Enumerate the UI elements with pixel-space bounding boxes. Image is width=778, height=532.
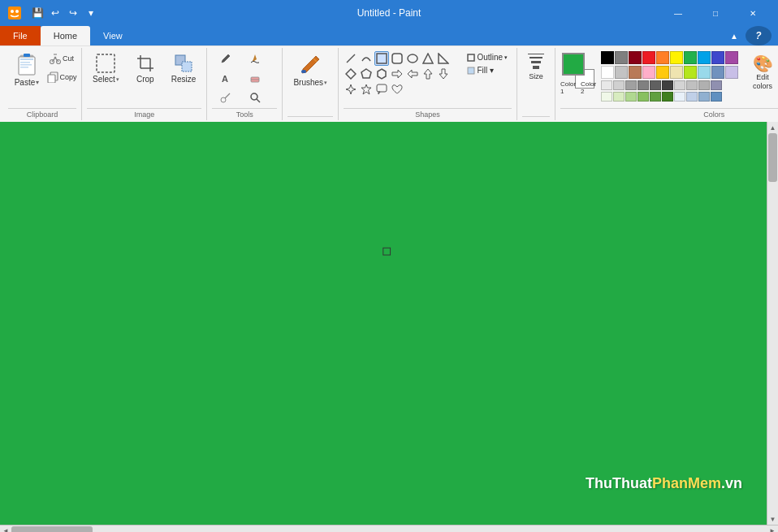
color-f7[interactable] bbox=[674, 92, 685, 102]
color-f1[interactable] bbox=[601, 92, 612, 102]
color-purple[interactable] bbox=[725, 51, 738, 64]
color-f6[interactable] bbox=[662, 92, 673, 102]
shape-callout[interactable] bbox=[374, 82, 389, 97]
brushes-button[interactable]: Brushes ▾ bbox=[287, 50, 333, 89]
color-white[interactable] bbox=[601, 66, 614, 79]
color-lightgray[interactable] bbox=[615, 66, 628, 79]
crop-button[interactable]: Crop bbox=[128, 50, 162, 86]
color-f8[interactable] bbox=[686, 92, 698, 102]
scroll-right-button[interactable]: ► bbox=[767, 526, 778, 532]
color-f5[interactable] bbox=[650, 92, 661, 102]
color-f3[interactable] bbox=[625, 92, 637, 102]
close-button[interactable]: ✕ bbox=[734, 0, 772, 26]
fill-button[interactable] bbox=[241, 50, 269, 67]
canvas-scroll[interactable]: ◇ ThuThuatPhanMem.vn bbox=[0, 122, 767, 525]
scroll-thumb-horizontal[interactable] bbox=[11, 526, 93, 532]
outline-button[interactable]: Outline ▾ bbox=[463, 51, 512, 63]
color-yellow[interactable] bbox=[670, 51, 683, 64]
color-blue[interactable] bbox=[711, 51, 724, 64]
shape-arrow-down[interactable] bbox=[436, 67, 451, 81]
color-picker-button[interactable] bbox=[212, 89, 240, 106]
help-button[interactable]: ? bbox=[746, 26, 772, 45]
shape-heart[interactable] bbox=[390, 82, 404, 97]
redo-qa-button[interactable]: ↪ bbox=[65, 5, 81, 21]
vertical-scrollbar[interactable]: ▲ ▼ bbox=[767, 122, 778, 525]
color-e1[interactable] bbox=[601, 80, 612, 90]
color-f4[interactable] bbox=[638, 92, 649, 102]
color-f2[interactable] bbox=[613, 92, 625, 102]
color-e5[interactable] bbox=[650, 80, 661, 90]
scroll-track-horizontal[interactable] bbox=[11, 526, 767, 532]
select-arrow[interactable]: ▾ bbox=[116, 76, 119, 83]
color-e10[interactable] bbox=[711, 80, 722, 90]
shape-rect[interactable] bbox=[374, 51, 389, 66]
color-e8[interactable] bbox=[686, 80, 698, 90]
fill-type-button[interactable]: Fill ▾ bbox=[463, 64, 512, 76]
cut-button[interactable]: Cut bbox=[47, 50, 76, 67]
paste-button[interactable]: Paste ▾ bbox=[8, 50, 45, 89]
scroll-up-button[interactable]: ▲ bbox=[767, 122, 778, 133]
color-e4[interactable] bbox=[638, 80, 649, 90]
scroll-down-button[interactable]: ▼ bbox=[767, 513, 778, 525]
shape-star5[interactable] bbox=[359, 82, 374, 97]
tab-view[interactable]: View bbox=[90, 26, 136, 45]
color-f9[interactable] bbox=[698, 92, 710, 102]
copy-button[interactable]: Copy bbox=[47, 68, 76, 86]
color-slate[interactable] bbox=[711, 66, 724, 79]
shape-rounded-rect[interactable] bbox=[390, 51, 404, 66]
shape-hexagon[interactable] bbox=[374, 67, 389, 81]
save-qa-button[interactable]: 💾 bbox=[29, 5, 45, 21]
color-lavender[interactable] bbox=[725, 66, 738, 79]
edit-colors-button[interactable]: 🎨 Edit colors bbox=[743, 50, 778, 95]
shape-line[interactable] bbox=[344, 51, 358, 66]
color-gold[interactable] bbox=[656, 66, 669, 79]
tab-home[interactable]: Home bbox=[41, 26, 90, 45]
shape-right-triangle[interactable] bbox=[436, 51, 451, 66]
shape-diamond[interactable] bbox=[344, 67, 358, 81]
color1-swatch[interactable] bbox=[562, 53, 585, 76]
pencil-button[interactable] bbox=[212, 50, 240, 67]
horizontal-scrollbar[interactable]: ◄ ► bbox=[0, 525, 778, 532]
size-button[interactable]: Size bbox=[522, 50, 550, 84]
canvas[interactable]: ◇ ThuThuatPhanMem.vn bbox=[0, 122, 767, 525]
text-button[interactable]: A bbox=[212, 69, 240, 87]
color-cream[interactable] bbox=[670, 66, 683, 79]
shape-curve[interactable] bbox=[359, 51, 374, 66]
color-e6[interactable] bbox=[662, 80, 673, 90]
color-f10[interactable] bbox=[711, 92, 722, 102]
maximize-button[interactable]: □ bbox=[697, 0, 734, 26]
paste-dropdown-arrow[interactable]: ▾ bbox=[36, 79, 39, 86]
shape-triangle[interactable] bbox=[421, 51, 435, 66]
brushes-arrow[interactable]: ▾ bbox=[324, 80, 327, 86]
shape-arrow-left[interactable] bbox=[405, 67, 420, 81]
shape-ellipse[interactable] bbox=[405, 51, 420, 66]
color-black[interactable] bbox=[601, 51, 614, 64]
color-brown[interactable] bbox=[629, 66, 642, 79]
scroll-left-button[interactable]: ◄ bbox=[0, 526, 11, 532]
color-orange[interactable] bbox=[656, 51, 669, 64]
color-e2[interactable] bbox=[613, 80, 625, 90]
color-darkred[interactable] bbox=[629, 51, 642, 64]
scroll-track-vertical[interactable] bbox=[767, 133, 778, 513]
magnify-button[interactable] bbox=[241, 89, 269, 106]
color-lime[interactable] bbox=[684, 66, 697, 79]
color-red[interactable] bbox=[642, 51, 655, 64]
color-lightblue[interactable] bbox=[698, 66, 711, 79]
color-e3[interactable] bbox=[625, 80, 637, 90]
color-darkgray[interactable] bbox=[615, 51, 628, 64]
select-button[interactable]: Select ▾ bbox=[87, 50, 125, 86]
tab-file[interactable]: File bbox=[0, 26, 41, 45]
minimize-button[interactable]: — bbox=[659, 0, 697, 26]
shape-star4[interactable] bbox=[344, 82, 358, 97]
color-cyan[interactable] bbox=[698, 51, 711, 64]
scroll-thumb-vertical[interactable] bbox=[768, 133, 777, 182]
qa-dropdown[interactable]: ▾ bbox=[83, 5, 99, 21]
color-green[interactable] bbox=[684, 51, 697, 64]
shape-arrow-up[interactable] bbox=[421, 67, 435, 81]
color-e9[interactable] bbox=[698, 80, 710, 90]
shape-pentagon[interactable] bbox=[359, 67, 374, 81]
ribbon-collapse-button[interactable]: ▲ bbox=[726, 28, 742, 44]
eraser-button[interactable] bbox=[241, 69, 269, 87]
undo-qa-button[interactable]: ↩ bbox=[47, 5, 63, 21]
color-pink[interactable] bbox=[642, 66, 655, 79]
